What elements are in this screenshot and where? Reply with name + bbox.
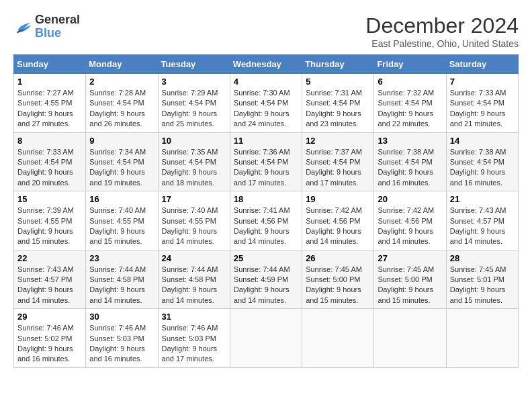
- calendar-day-cell: 29 Sunrise: 7:46 AM Sunset: 5:02 PM Dayl…: [14, 309, 86, 368]
- calendar-day-cell: 21 Sunrise: 7:43 AM Sunset: 4:57 PM Dayl…: [446, 191, 518, 250]
- day-number: 29: [17, 312, 82, 322]
- calendar-day-cell: [374, 309, 446, 368]
- day-info: Sunrise: 7:39 AM Sunset: 4:55 PM Dayligh…: [17, 205, 82, 247]
- calendar-day-cell: 15 Sunrise: 7:39 AM Sunset: 4:55 PM Dayl…: [14, 191, 86, 250]
- calendar-day-cell: 2 Sunrise: 7:28 AM Sunset: 4:54 PM Dayli…: [86, 74, 158, 133]
- day-number: 23: [89, 253, 154, 263]
- day-number: 9: [89, 136, 154, 146]
- day-info: Sunrise: 7:30 AM Sunset: 4:54 PM Dayligh…: [234, 88, 298, 130]
- day-info: Sunrise: 7:32 AM Sunset: 4:54 PM Dayligh…: [378, 88, 442, 130]
- calendar-day-cell: 25 Sunrise: 7:44 AM Sunset: 4:59 PM Dayl…: [230, 250, 302, 309]
- calendar-day-cell: 26 Sunrise: 7:45 AM Sunset: 5:00 PM Dayl…: [302, 250, 374, 309]
- logo-icon: [13, 19, 32, 35]
- calendar-day-cell: [230, 309, 302, 368]
- calendar-day-cell: 6 Sunrise: 7:32 AM Sunset: 4:54 PM Dayli…: [374, 74, 446, 133]
- title-block: December 2024 East Palestine, Ohio, Unit…: [365, 13, 519, 49]
- day-info: Sunrise: 7:27 AM Sunset: 4:55 PM Dayligh…: [17, 88, 82, 130]
- calendar-day-cell: 4 Sunrise: 7:30 AM Sunset: 4:54 PM Dayli…: [230, 74, 302, 133]
- weekday-header: Wednesday: [230, 55, 302, 74]
- calendar-header-row: SundayMondayTuesdayWednesdayThursdayFrid…: [14, 55, 519, 74]
- day-number: 18: [234, 194, 298, 204]
- day-info: Sunrise: 7:45 AM Sunset: 5:00 PM Dayligh…: [378, 265, 442, 306]
- calendar-day-cell: 5 Sunrise: 7:31 AM Sunset: 4:54 PM Dayli…: [302, 74, 374, 133]
- calendar-day-cell: 18 Sunrise: 7:41 AM Sunset: 4:56 PM Dayl…: [230, 191, 302, 250]
- month-title: December 2024: [365, 13, 519, 38]
- calendar-day-cell: 11 Sunrise: 7:36 AM Sunset: 4:54 PM Dayl…: [230, 132, 302, 191]
- day-number: 22: [17, 253, 82, 263]
- day-number: 30: [89, 312, 154, 322]
- day-number: 27: [378, 253, 442, 263]
- day-number: 19: [306, 194, 370, 204]
- day-info: Sunrise: 7:46 AM Sunset: 5:02 PM Dayligh…: [17, 323, 82, 365]
- day-number: 16: [89, 194, 154, 204]
- calendar-day-cell: [302, 309, 374, 368]
- day-number: 14: [450, 136, 515, 146]
- day-info: Sunrise: 7:31 AM Sunset: 4:54 PM Dayligh…: [306, 88, 370, 130]
- day-info: Sunrise: 7:37 AM Sunset: 4:54 PM Dayligh…: [306, 147, 370, 189]
- calendar-day-cell: 24 Sunrise: 7:44 AM Sunset: 4:58 PM Dayl…: [158, 250, 230, 309]
- day-info: Sunrise: 7:28 AM Sunset: 4:54 PM Dayligh…: [89, 88, 154, 130]
- day-info: Sunrise: 7:45 AM Sunset: 5:00 PM Dayligh…: [306, 265, 370, 306]
- weekday-header: Monday: [86, 55, 158, 74]
- day-number: 26: [306, 253, 370, 263]
- day-number: 21: [450, 194, 515, 204]
- day-number: 6: [378, 77, 442, 87]
- calendar-day-cell: 22 Sunrise: 7:43 AM Sunset: 4:57 PM Dayl…: [14, 250, 86, 309]
- day-info: Sunrise: 7:42 AM Sunset: 4:56 PM Dayligh…: [306, 205, 370, 247]
- calendar-day-cell: 3 Sunrise: 7:29 AM Sunset: 4:54 PM Dayli…: [158, 74, 230, 133]
- day-number: 2: [89, 77, 154, 87]
- weekday-header: Thursday: [302, 55, 374, 74]
- calendar-day-cell: 30 Sunrise: 7:46 AM Sunset: 5:03 PM Dayl…: [86, 309, 158, 368]
- day-info: Sunrise: 7:42 AM Sunset: 4:56 PM Dayligh…: [378, 205, 442, 247]
- calendar-table: SundayMondayTuesdayWednesdayThursdayFrid…: [13, 54, 519, 368]
- logo: General Blue: [13, 13, 80, 40]
- calendar-day-cell: 9 Sunrise: 7:34 AM Sunset: 4:54 PM Dayli…: [86, 132, 158, 191]
- calendar-day-cell: 17 Sunrise: 7:40 AM Sunset: 4:55 PM Dayl…: [158, 191, 230, 250]
- day-number: 10: [162, 136, 226, 146]
- day-info: Sunrise: 7:46 AM Sunset: 5:03 PM Dayligh…: [89, 323, 154, 365]
- weekday-header: Saturday: [446, 55, 518, 74]
- day-info: Sunrise: 7:40 AM Sunset: 4:55 PM Dayligh…: [162, 205, 226, 247]
- calendar-day-cell: 28 Sunrise: 7:45 AM Sunset: 5:01 PM Dayl…: [446, 250, 518, 309]
- day-info: Sunrise: 7:38 AM Sunset: 4:54 PM Dayligh…: [450, 147, 515, 189]
- day-info: Sunrise: 7:44 AM Sunset: 4:59 PM Dayligh…: [234, 265, 298, 306]
- weekday-header: Sunday: [14, 55, 86, 74]
- day-info: Sunrise: 7:41 AM Sunset: 4:56 PM Dayligh…: [234, 205, 298, 247]
- day-info: Sunrise: 7:38 AM Sunset: 4:54 PM Dayligh…: [378, 147, 442, 189]
- day-number: 31: [162, 312, 226, 322]
- page-header: General Blue December 2024 East Palestin…: [13, 13, 519, 49]
- day-info: Sunrise: 7:33 AM Sunset: 4:54 PM Dayligh…: [450, 88, 515, 130]
- calendar-day-cell: 23 Sunrise: 7:44 AM Sunset: 4:58 PM Dayl…: [86, 250, 158, 309]
- day-info: Sunrise: 7:43 AM Sunset: 4:57 PM Dayligh…: [17, 265, 82, 306]
- calendar-day-cell: 10 Sunrise: 7:35 AM Sunset: 4:54 PM Dayl…: [158, 132, 230, 191]
- day-number: 17: [162, 194, 226, 204]
- weekday-header: Friday: [374, 55, 446, 74]
- weekday-header: Tuesday: [158, 55, 230, 74]
- calendar-week-row: 22 Sunrise: 7:43 AM Sunset: 4:57 PM Dayl…: [14, 250, 519, 309]
- day-number: 25: [234, 253, 298, 263]
- day-number: 24: [162, 253, 226, 263]
- calendar-day-cell: 19 Sunrise: 7:42 AM Sunset: 4:56 PM Dayl…: [302, 191, 374, 250]
- day-info: Sunrise: 7:44 AM Sunset: 4:58 PM Dayligh…: [162, 265, 226, 306]
- calendar-day-cell: 31 Sunrise: 7:46 AM Sunset: 5:03 PM Dayl…: [158, 309, 230, 368]
- day-number: 12: [306, 136, 370, 146]
- day-info: Sunrise: 7:33 AM Sunset: 4:54 PM Dayligh…: [17, 147, 82, 189]
- day-info: Sunrise: 7:34 AM Sunset: 4:54 PM Dayligh…: [89, 147, 154, 189]
- calendar-day-cell: 8 Sunrise: 7:33 AM Sunset: 4:54 PM Dayli…: [14, 132, 86, 191]
- day-number: 4: [234, 77, 298, 87]
- day-info: Sunrise: 7:40 AM Sunset: 4:55 PM Dayligh…: [89, 205, 154, 247]
- calendar-day-cell: 12 Sunrise: 7:37 AM Sunset: 4:54 PM Dayl…: [302, 132, 374, 191]
- calendar-day-cell: 1 Sunrise: 7:27 AM Sunset: 4:55 PM Dayli…: [14, 74, 86, 133]
- calendar-day-cell: 27 Sunrise: 7:45 AM Sunset: 5:00 PM Dayl…: [374, 250, 446, 309]
- calendar-week-row: 8 Sunrise: 7:33 AM Sunset: 4:54 PM Dayli…: [14, 132, 519, 191]
- calendar-week-row: 1 Sunrise: 7:27 AM Sunset: 4:55 PM Dayli…: [14, 74, 519, 133]
- day-number: 5: [306, 77, 370, 87]
- day-info: Sunrise: 7:43 AM Sunset: 4:57 PM Dayligh…: [450, 205, 515, 247]
- calendar-day-cell: 16 Sunrise: 7:40 AM Sunset: 4:55 PM Dayl…: [86, 191, 158, 250]
- calendar-day-cell: [446, 309, 518, 368]
- day-number: 7: [450, 77, 515, 87]
- day-info: Sunrise: 7:29 AM Sunset: 4:54 PM Dayligh…: [162, 88, 226, 130]
- calendar-day-cell: 20 Sunrise: 7:42 AM Sunset: 4:56 PM Dayl…: [374, 191, 446, 250]
- calendar-day-cell: 14 Sunrise: 7:38 AM Sunset: 4:54 PM Dayl…: [446, 132, 518, 191]
- day-number: 20: [378, 194, 442, 204]
